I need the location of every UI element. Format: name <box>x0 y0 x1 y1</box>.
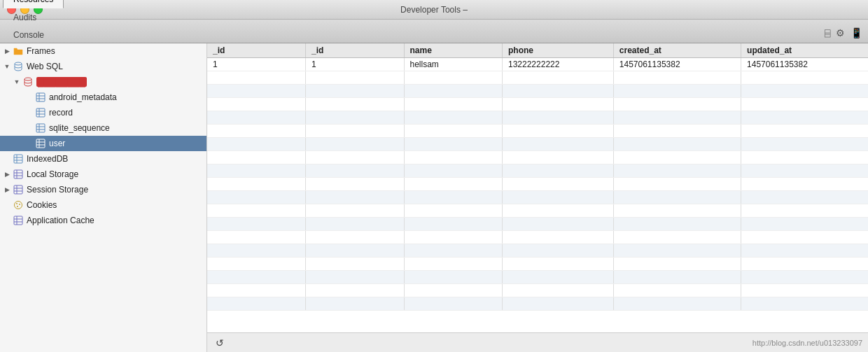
table-cell-empty <box>613 297 741 311</box>
table-cell-empty <box>306 271 405 284</box>
table-cell-empty <box>741 218 868 231</box>
table-cell-empty <box>503 164 614 178</box>
sidebar-item-indexeddb[interactable]: IndexedDB <box>0 151 206 167</box>
table-row-empty <box>207 138 868 151</box>
sidebar-item-sessionstorage[interactable]: ▶ Session Storage <box>0 182 206 197</box>
table-cell-empty <box>404 244 503 258</box>
table-row-empty <box>207 98 868 111</box>
table-cell-empty <box>741 204 868 218</box>
table-cell-empty <box>404 284 503 297</box>
tab-resources[interactable]: Resources <box>3 0 64 8</box>
table-cell-empty <box>503 151 614 164</box>
table-cell-empty <box>207 297 306 311</box>
icon-sqlite_sequence <box>35 122 46 134</box>
table-cell-empty <box>207 244 306 258</box>
table-cell-empty <box>404 191 503 204</box>
table-cell-empty <box>613 231 741 244</box>
table-cell-empty <box>741 191 868 204</box>
table-cell-empty <box>306 297 405 311</box>
toolbar-icons: ⌸ ⚙ 📱 <box>825 27 862 38</box>
title-bar: Developer Tools – <box>0 0 868 20</box>
svg-rect-18 <box>14 155 22 163</box>
sidebar-item-cookies[interactable]: Cookies <box>0 197 206 213</box>
table-cell-empty <box>404 125 503 138</box>
label-appcache: Application Cache <box>27 216 94 225</box>
table-cell-empty <box>741 151 868 164</box>
icon-cookies <box>13 199 24 211</box>
table-cell-empty <box>503 231 614 244</box>
label-user: user <box>49 139 65 148</box>
table-cell-empty <box>613 85 741 98</box>
table-cell-empty <box>306 98 405 111</box>
sidebar: ▶ Frames▼ Web SQL▼ ████████ android_meta… <box>0 43 207 352</box>
table-cell-empty <box>306 204 405 218</box>
tab-bar: ⌸ ⚙ 📱 ElementsNetworkSourcesTimelineProf… <box>0 20 868 43</box>
sidebar-item-android_metadata[interactable]: android_metadata <box>0 90 206 105</box>
table-cell-empty <box>306 244 405 258</box>
table-cell-empty <box>306 191 405 204</box>
table-cell-empty <box>741 125 868 138</box>
icon-sessionstorage <box>13 184 24 195</box>
table-cell: 1 <box>306 58 405 71</box>
table-cell-empty <box>306 284 405 297</box>
table-row-empty <box>207 204 868 218</box>
table-row-empty <box>207 191 868 204</box>
table-cell-empty <box>503 258 614 271</box>
table-cell-empty <box>207 98 306 111</box>
table-cell-empty <box>404 231 503 244</box>
arrow-localstorage: ▶ <box>3 171 11 178</box>
col-header-_id: _id <box>306 43 405 58</box>
col-header-phone: phone <box>503 43 614 58</box>
table-cell-empty <box>306 218 405 231</box>
sidebar-item-sqlite_sequence[interactable]: sqlite_sequence <box>0 120 206 136</box>
refresh-button[interactable]: ↺ <box>213 336 227 350</box>
table-row-empty <box>207 111 868 125</box>
table-cell-empty <box>404 178 503 191</box>
table-row[interactable]: 11hellsam1322222222214570611353821457061… <box>207 58 868 71</box>
table-cell-empty <box>404 258 503 271</box>
svg-rect-26 <box>14 185 22 194</box>
dock-icon[interactable]: ⌸ <box>825 27 830 38</box>
table-wrapper[interactable]: _id_idnamephonecreated_atupdated_at 11he… <box>207 43 868 332</box>
tab-console[interactable]: Console <box>3 26 64 43</box>
label-indexeddb: IndexedDB <box>27 154 68 164</box>
sidebar-item-localstorage[interactable]: ▶ Local Storage <box>0 167 206 182</box>
table-cell-empty <box>404 98 503 111</box>
label-record: record <box>49 108 73 118</box>
table-cell-empty <box>741 164 868 178</box>
table-cell-empty <box>207 71 306 85</box>
table-cell-empty <box>404 271 503 284</box>
table-cell-empty <box>741 71 868 85</box>
sidebar-item-appcache[interactable]: Application Cache <box>0 213 206 228</box>
table-row-empty <box>207 151 868 164</box>
main-area: ▶ Frames▼ Web SQL▼ ████████ android_meta… <box>0 43 868 352</box>
sidebar-item-record[interactable]: record <box>0 105 206 120</box>
sidebar-item-frames[interactable]: ▶ Frames <box>0 43 206 59</box>
table-cell-empty <box>207 178 306 191</box>
svg-rect-14 <box>36 139 45 148</box>
table-cell-empty <box>207 138 306 151</box>
arrow-sessionstorage: ▶ <box>3 186 11 193</box>
svg-rect-6 <box>36 108 45 117</box>
sidebar-item-user[interactable]: user <box>0 136 206 151</box>
table-cell-empty <box>741 244 868 258</box>
table-cell-empty <box>503 178 614 191</box>
table-cell-empty <box>404 204 503 218</box>
arrow-db-redacted: ▼ <box>13 78 21 85</box>
device-icon[interactable]: 📱 <box>850 27 862 38</box>
table-cell-empty <box>613 204 741 218</box>
table-cell-empty <box>503 271 614 284</box>
svg-point-33 <box>17 206 18 207</box>
tab-audits[interactable]: Audits <box>3 8 64 26</box>
table-row-empty <box>207 258 868 271</box>
sidebar-item-db-redacted[interactable]: ▼ ████████ <box>0 74 206 90</box>
table-row-empty <box>207 284 868 297</box>
label-localstorage: Local Storage <box>27 169 78 179</box>
arrow-frames: ▶ <box>3 48 11 55</box>
settings-icon[interactable]: ⚙ <box>836 27 845 38</box>
table-cell-empty <box>306 258 405 271</box>
table-cell: 1457061135382 <box>741 58 868 71</box>
sidebar-item-websql[interactable]: ▼ Web SQL <box>0 59 206 74</box>
svg-rect-22 <box>14 170 22 178</box>
label-db-redacted: ████████ <box>36 77 87 87</box>
